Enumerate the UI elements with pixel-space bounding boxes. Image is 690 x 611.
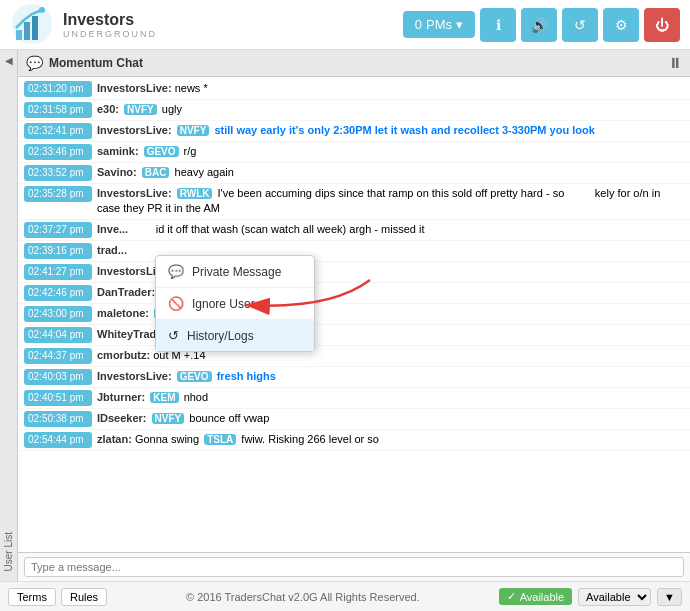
status-badge: ✓ Available: [499, 588, 572, 605]
table-row: 02:31:20 pm InvestorsLive: news *: [18, 79, 690, 100]
logo-investors: Investors: [63, 10, 157, 29]
sound-button[interactable]: 🔊: [521, 8, 557, 42]
header-buttons: 0 PMs ▾ ℹ 🔊 ↺ ⚙ ⏻: [403, 8, 680, 42]
pm-label: PMs: [426, 17, 452, 32]
pause-icon[interactable]: ⏸: [668, 55, 682, 71]
logo-icon: [10, 2, 55, 47]
context-menu-history-logs[interactable]: ↺ History/Logs: [156, 320, 314, 351]
table-row: 02:37:27 pm Inve... id it off that wash …: [18, 220, 690, 241]
table-row: 02:40:51 pm Jbturner: KEM nhod: [18, 388, 690, 409]
status-text: Available: [520, 591, 564, 603]
table-row: 02:44:04 pm WhiteyTrades: CARA r/g: [18, 325, 690, 346]
svg-rect-2: [24, 22, 30, 40]
logo-text: Investors UNDERGROUND: [63, 10, 157, 40]
svg-rect-1: [16, 30, 22, 40]
context-menu-pm-label: Private Message: [192, 265, 281, 279]
status-select[interactable]: Available Away Busy: [578, 588, 651, 606]
footer-right: ✓ Available Available Away Busy ▼: [499, 588, 682, 606]
chat-title: Momentum Chat: [49, 56, 143, 70]
power-button[interactable]: ⏻: [644, 8, 680, 42]
footer-left: Terms Rules: [8, 588, 107, 606]
table-row: 02:43:00 pm maletone: DRYS gearing: [18, 304, 690, 325]
sidebar-toggle[interactable]: ◀ User List: [0, 50, 18, 581]
scroll-to-bottom-button[interactable]: ▼: [657, 588, 682, 606]
table-row: 02:33:46 pm samink: GEVO r/g: [18, 142, 690, 163]
table-row: 02:31:58 pm e30: NVFY ugly: [18, 100, 690, 121]
chat-panel: 💬 Momentum Chat ⏸ 02:31:20 pm InvestorsL…: [18, 50, 690, 581]
table-row: 02:40:03 pm InvestorsLive: GEVO fresh hi…: [18, 367, 690, 388]
pm-count: 0: [415, 17, 422, 32]
footer-copyright: © 2016 TradersChat v2.0G All Rights Rese…: [186, 591, 420, 603]
svg-point-4: [39, 7, 45, 13]
rules-button[interactable]: Rules: [61, 588, 107, 606]
chat-input-area: [18, 552, 690, 581]
context-menu-ignore-user[interactable]: 🚫 Ignore User: [156, 288, 314, 320]
main-container: ◀ User List 💬 Momentum Chat ⏸ 02:31:20 p…: [0, 50, 690, 581]
table-row: 02:50:38 pm IDseeker: NVFY bounce off vw…: [18, 409, 690, 430]
history-logs-icon: ↺: [168, 328, 179, 343]
context-menu-ignore-label: Ignore User: [192, 297, 255, 311]
pm-button[interactable]: 0 PMs ▾: [403, 11, 475, 38]
chat-icon: 💬: [26, 55, 43, 71]
context-menu-history-label: History/Logs: [187, 329, 254, 343]
table-row: 02:54:44 pm zlatan: Gonna swing TSLA fwi…: [18, 430, 690, 451]
settings-button[interactable]: ⚙: [603, 8, 639, 42]
table-row: 02:39:16 pm trad...: [18, 241, 690, 262]
table-row: 02:44:37 pm cmorbutz: out M +.14: [18, 346, 690, 367]
chat-header: 💬 Momentum Chat ⏸: [18, 50, 690, 77]
table-row: 02:35:28 pm InvestorsLive: RWLK I've bee…: [18, 184, 690, 220]
checkmark-icon: ✓: [507, 590, 516, 603]
footer: Terms Rules © 2016 TradersChat v2.0G All…: [0, 581, 690, 611]
terms-button[interactable]: Terms: [8, 588, 56, 606]
logo-area: Investors UNDERGROUND: [10, 2, 157, 47]
pm-dropdown-icon: ▾: [456, 17, 463, 32]
logo-underground: UNDERGROUND: [63, 29, 157, 40]
info-button[interactable]: ℹ: [480, 8, 516, 42]
table-row: 02:42:46 pm DanTrader: NVDA about to tes…: [18, 283, 690, 304]
context-menu-private-message[interactable]: 💬 Private Message: [156, 256, 314, 288]
table-row: 02:32:41 pm InvestorsLive: NVFY still wa…: [18, 121, 690, 142]
table-row: 02:41:27 pm InvestorsLive: GEVO faster: [18, 262, 690, 283]
header: Investors UNDERGROUND 0 PMs ▾ ℹ 🔊 ↺ ⚙ ⏻: [0, 0, 690, 50]
refresh-button[interactable]: ↺: [562, 8, 598, 42]
table-row: 02:33:52 pm Savino: BAC heavy again: [18, 163, 690, 184]
user-list-label: User List: [3, 532, 14, 571]
chat-input[interactable]: [24, 557, 684, 577]
context-menu: 💬 Private Message 🚫 Ignore User ↺ Histor…: [155, 255, 315, 352]
ignore-user-icon: 🚫: [168, 296, 184, 311]
chat-messages[interactable]: 02:31:20 pm InvestorsLive: news * 02:31:…: [18, 77, 690, 552]
svg-rect-3: [32, 16, 38, 40]
private-message-icon: 💬: [168, 264, 184, 279]
sidebar-arrow-icon: ◀: [5, 55, 13, 66]
